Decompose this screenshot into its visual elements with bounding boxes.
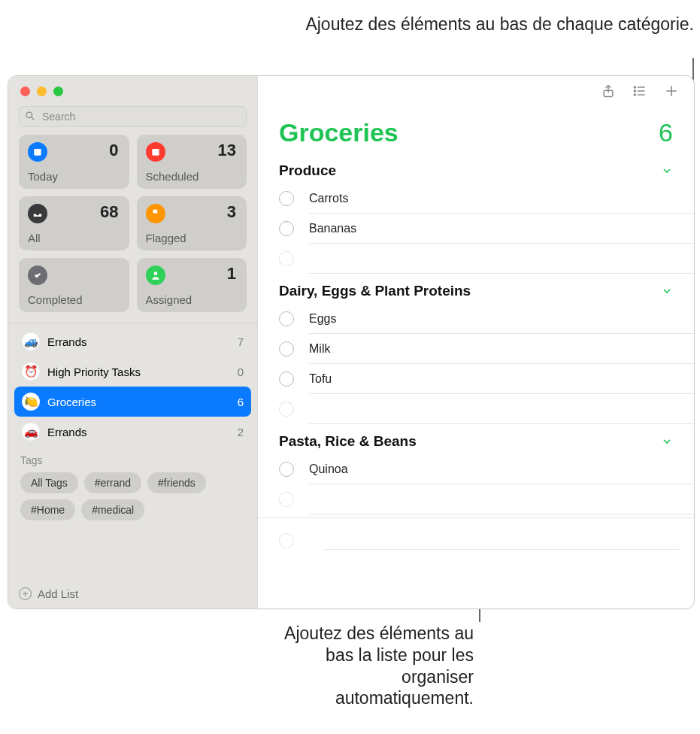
add-item-input[interactable]: . <box>309 394 694 424</box>
smart-list-all[interactable]: 68 All <box>19 196 129 250</box>
calendar-icon <box>146 142 165 162</box>
reminder-title: Tofu <box>309 364 694 394</box>
list-name: Errands <box>47 335 230 348</box>
list-errands-2[interactable]: 🚗 Errands 2 <box>14 417 251 447</box>
list-name: Errands <box>47 426 230 438</box>
tag-all[interactable]: All Tags <box>20 472 78 493</box>
reminder-item[interactable]: Eggs <box>258 304 694 334</box>
tag-errand[interactable]: #errand <box>84 472 141 493</box>
list-title: Groceries <box>279 118 398 147</box>
svg-point-12 <box>634 94 635 96</box>
flag-icon <box>146 204 165 223</box>
add-item-icon[interactable] <box>279 402 294 417</box>
smart-lists-grid: 0 Today 13 Scheduled 68 All 3 Flagged <box>8 135 257 312</box>
complete-toggle[interactable] <box>279 372 294 387</box>
list-total-count: 6 <box>659 118 673 147</box>
add-list-button[interactable]: + Add List <box>8 578 257 608</box>
reminder-item[interactable]: Quinoa <box>258 454 694 484</box>
chevron-down-icon[interactable] <box>661 435 673 447</box>
smart-label: Flagged <box>146 232 186 244</box>
search-field[interactable] <box>19 106 247 127</box>
callout-bottom: Ajoutez des éléments au bas la liste pou… <box>263 623 474 709</box>
search-icon <box>25 111 35 121</box>
smart-label: Scheduled <box>146 170 199 183</box>
reminder-item[interactable]: Bananas <box>258 214 694 244</box>
list-count: 6 <box>238 396 244 408</box>
complete-toggle[interactable] <box>279 191 294 206</box>
list-name: High Priority Tasks <box>47 365 230 378</box>
reminder-item[interactable]: Tofu <box>258 364 694 394</box>
smart-count: 68 <box>100 202 118 222</box>
add-item-placeholder[interactable]: . <box>258 394 694 424</box>
list-icon: ⏰ <box>22 362 40 381</box>
person-icon <box>146 265 165 285</box>
tag-medical[interactable]: #medical <box>81 499 144 520</box>
window-minimize-button[interactable] <box>37 86 47 96</box>
smart-count: 0 <box>109 141 118 160</box>
tags-header: Tags <box>20 454 245 466</box>
complete-toggle[interactable] <box>279 341 294 356</box>
add-item-placeholder[interactable]: . <box>258 484 694 514</box>
section-produce: Produce Carrots Bananas . <box>258 153 694 274</box>
svg-point-11 <box>634 90 635 92</box>
reminder-title: Bananas <box>309 214 694 244</box>
main-pane: Groceries 6 Produce Carrots Bananas . <box>258 76 694 608</box>
window-titlebar <box>8 76 257 106</box>
inbox-icon <box>28 204 47 223</box>
smart-label: All <box>28 232 41 244</box>
chevron-down-icon[interactable] <box>661 165 673 177</box>
add-list-label: Add List <box>38 587 78 600</box>
tag-friends[interactable]: #friends <box>147 472 206 493</box>
list-name: Groceries <box>47 396 230 408</box>
svg-rect-4 <box>152 149 159 156</box>
calendar-today-icon <box>28 142 47 162</box>
reminder-item[interactable]: Carrots <box>258 184 694 214</box>
add-reminder-icon[interactable] <box>664 83 679 99</box>
add-item-input[interactable]: . <box>309 244 694 274</box>
share-icon[interactable] <box>601 83 616 99</box>
list-view-icon[interactable] <box>632 83 647 99</box>
tag-home[interactable]: #Home <box>20 499 75 520</box>
list-errands[interactable]: 🚙 Errands 7 <box>14 326 251 356</box>
window-close-button[interactable] <box>20 86 30 96</box>
checkmark-icon <box>28 265 47 285</box>
window-maximize-button[interactable] <box>53 86 63 96</box>
smart-count: 1 <box>227 264 236 284</box>
add-item-input[interactable] <box>324 532 679 550</box>
plus-circle-icon: + <box>19 587 32 600</box>
chevron-down-icon[interactable] <box>661 285 673 297</box>
svg-rect-3 <box>34 149 41 150</box>
add-item-icon[interactable] <box>279 533 294 548</box>
list-title-row: Groceries 6 <box>258 106 694 153</box>
smart-list-flagged[interactable]: 3 Flagged <box>137 196 247 250</box>
complete-toggle[interactable] <box>279 462 294 477</box>
reminder-item[interactable]: Milk <box>258 334 694 364</box>
list-count: 0 <box>238 365 244 378</box>
smart-list-scheduled[interactable]: 13 Scheduled <box>137 135 247 189</box>
add-item-icon[interactable] <box>279 251 294 266</box>
list-groceries[interactable]: 🍋 Groceries 6 <box>14 387 251 417</box>
search-input[interactable] <box>19 106 247 127</box>
section-header: Pasta, Rice & Beans <box>279 433 417 450</box>
smart-label: Assigned <box>146 293 192 306</box>
smart-list-completed[interactable]: Completed <box>19 258 129 312</box>
svg-point-10 <box>634 86 635 88</box>
svg-line-1 <box>32 117 35 120</box>
complete-toggle[interactable] <box>279 221 294 236</box>
add-unsectioned-item[interactable] <box>258 518 694 550</box>
list-icon: 🚗 <box>22 423 40 441</box>
smart-list-today[interactable]: 0 Today <box>19 135 129 189</box>
list-high-priority[interactable]: ⏰ High Priority Tasks 0 <box>14 356 251 387</box>
tags-section: Tags All Tags #errand #friends #Home #me… <box>8 447 257 523</box>
reminder-title: Milk <box>309 334 694 364</box>
smart-list-assigned[interactable]: 1 Assigned <box>137 258 247 312</box>
toolbar <box>258 76 694 106</box>
reminder-title: Carrots <box>309 184 694 214</box>
smart-count: 3 <box>227 202 236 222</box>
list-icon: 🍋 <box>22 393 40 411</box>
complete-toggle[interactable] <box>279 311 294 326</box>
section-dairy: Dairy, Eggs & Plant Proteins Eggs Milk T… <box>258 274 694 424</box>
add-item-icon[interactable] <box>279 492 294 507</box>
add-item-placeholder[interactable]: . <box>258 244 694 274</box>
add-item-input[interactable]: . <box>309 484 694 514</box>
